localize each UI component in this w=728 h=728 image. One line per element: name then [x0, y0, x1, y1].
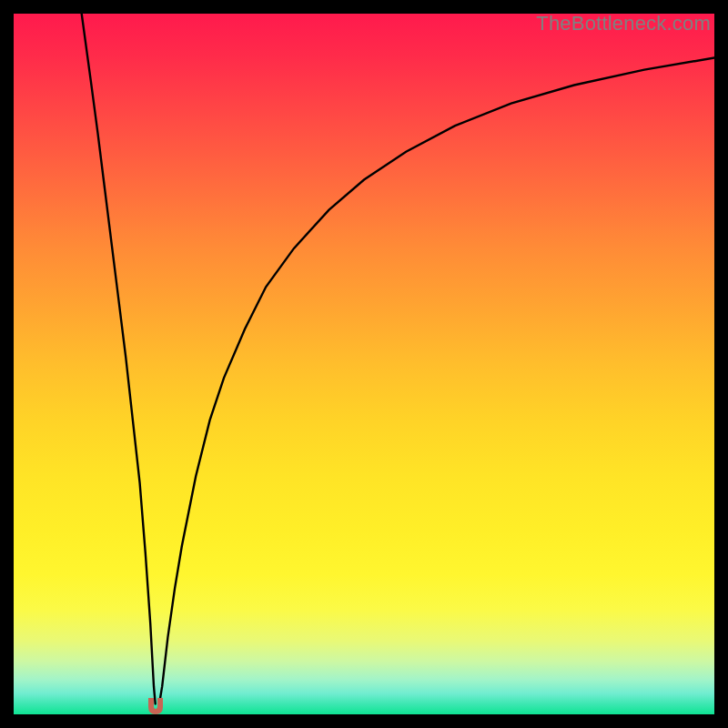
- minimum-marker: [146, 698, 166, 714]
- plot-area: TheBottleneck.com: [14, 14, 714, 714]
- curve-left-branch: [82, 14, 156, 704]
- bottleneck-curve: [14, 14, 714, 714]
- u-shape-icon: [148, 698, 163, 714]
- curve-right-branch: [159, 58, 714, 704]
- outer-frame: TheBottleneck.com: [0, 0, 728, 728]
- watermark-text: TheBottleneck.com: [536, 12, 711, 35]
